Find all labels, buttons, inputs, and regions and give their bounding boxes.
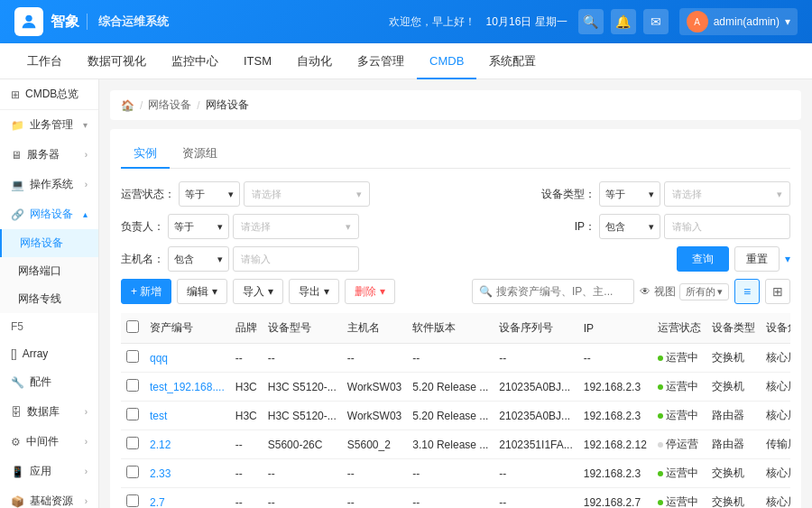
sidebar-item-biz-mgmt[interactable]: 📁业务管理 ▾: [0, 110, 98, 140]
chevron-status: ▾: [228, 189, 234, 200]
cell-ip: 192.168.2.3: [578, 402, 652, 430]
col-model: 设备型号: [263, 313, 342, 344]
sidebar-item-base-resource[interactable]: 📦基础资源 ›: [0, 486, 98, 508]
view-label: 视图: [654, 284, 676, 300]
search-header-icon[interactable]: 🔍: [578, 9, 604, 34]
breadcrumb-network[interactable]: 网络设备: [148, 97, 191, 113]
nav-dataviz[interactable]: 数据可视化: [75, 43, 159, 79]
sidebar-item-f5[interactable]: F5: [0, 313, 98, 340]
type-value-input[interactable]: 请选择 ▾: [664, 181, 790, 207]
add-button[interactable]: + 新增: [121, 279, 171, 304]
owner-value-input[interactable]: 请选择 ▾: [233, 214, 359, 239]
cell-model: S5600-26C: [263, 430, 342, 459]
sidebar-sub-network-line[interactable]: 网络专线: [0, 285, 98, 313]
hostname-value-input[interactable]: 请输入: [233, 246, 359, 272]
view-option-select[interactable]: 所有的 ▾: [679, 283, 729, 300]
row-checkbox[interactable]: [126, 350, 139, 363]
ip-value-input[interactable]: 请输入: [664, 214, 790, 239]
export-button[interactable]: 导出 ▾: [289, 279, 339, 304]
asset-id-link[interactable]: qqq: [150, 352, 168, 365]
sidebar-item-network-device[interactable]: 🔗网络设备 ▴: [0, 199, 98, 229]
col-asset-id: 资产编号: [144, 313, 230, 344]
nav-monitor[interactable]: 监控中心: [159, 43, 231, 79]
expand-filters-icon[interactable]: ▾: [785, 253, 790, 265]
table-row: qqq -- -- -- -- -- -- 运营中 交换机 核心层 编辑 删除: [121, 344, 790, 373]
date-text: 10月16日 星期一: [486, 14, 567, 30]
status-op-select[interactable]: 等于 ▾: [179, 181, 240, 207]
nav-automation[interactable]: 自动化: [284, 43, 345, 79]
cell-brand: H3C: [230, 402, 263, 430]
sidebar-item-database[interactable]: 🗄数据库 ›: [0, 397, 98, 427]
chevron-del: ▾: [380, 285, 385, 298]
delete-button[interactable]: 删除 ▾: [345, 279, 395, 304]
asset-id-link[interactable]: 2.7: [150, 496, 165, 509]
cell-brand: H3C: [230, 373, 263, 402]
cell-serial: 210235A0BJ...: [494, 402, 577, 430]
svg-point-0: [25, 15, 32, 22]
sidebar-item-parts[interactable]: 🔧配件: [0, 367, 98, 397]
row-checkbox[interactable]: [126, 408, 139, 420]
col-status: 运营状态: [652, 313, 706, 344]
tab-resource-group[interactable]: 资源组: [170, 140, 230, 169]
app-header: 智象 综合运维系统 欢迎您，早上好！ 10月16日 星期一 🔍 🔔 ✉ A ad…: [0, 0, 812, 43]
f5-icon: F5: [11, 320, 23, 333]
toolbar-right: 🔍 👁 视图 所有的 ▾ ≡ ⊞: [472, 279, 790, 304]
sidebar-item-array[interactable]: []Array: [0, 340, 98, 367]
hostname-filter-group: 主机名： 包含 ▾ 请输入: [121, 246, 359, 272]
type-op-select[interactable]: 等于 ▾: [599, 181, 660, 207]
sidebar-item-cmdb-overview[interactable]: ⊞CMDB总览: [0, 79, 98, 109]
user-menu[interactable]: A admin(admin) ▾: [679, 8, 798, 35]
row-checkbox[interactable]: [126, 494, 139, 507]
list-view-btn[interactable]: ≡: [734, 279, 760, 304]
tab-instance[interactable]: 实例: [121, 140, 170, 169]
sidebar-item-server[interactable]: 🖥服务器 ›: [0, 140, 98, 170]
nav-sysconfig[interactable]: 系统配置: [476, 43, 549, 79]
hostname-op-select[interactable]: 包含 ▾: [168, 246, 229, 272]
nav-itsm[interactable]: ITSM: [231, 43, 284, 79]
cell-hostname: --: [342, 488, 407, 509]
message-icon[interactable]: ✉: [643, 9, 669, 34]
nav-multicloud[interactable]: 多云管理: [345, 43, 417, 79]
row-checkbox[interactable]: [126, 437, 139, 449]
table-container: 资产编号 品牌 设备型号 主机名 软件版本 设备序列号 IP 运营状态 设备类型…: [121, 313, 790, 508]
cell-status: 运营中: [652, 459, 706, 488]
owner-op-select[interactable]: 等于 ▾: [168, 214, 229, 239]
status-value-input[interactable]: 请选择 ▾: [244, 181, 370, 207]
col-type: 设备类型: [706, 313, 761, 344]
chevron-up-icon: ▴: [83, 209, 88, 219]
cell-role: 传输层: [761, 430, 790, 459]
row-checkbox[interactable]: [126, 379, 139, 392]
sidebar-sub-network-device[interactable]: 网络设备: [0, 229, 98, 257]
col-software: 软件版本: [407, 313, 494, 344]
type-filter-group: 设备类型： 等于 ▾ 请选择 ▾: [541, 181, 790, 207]
edit-button[interactable]: 编辑 ▾: [177, 279, 227, 304]
database-icon: 🗄: [11, 406, 22, 419]
import-button[interactable]: 导入 ▾: [233, 279, 283, 304]
user-chevron: ▾: [785, 15, 790, 28]
select-all-checkbox[interactable]: [126, 320, 139, 333]
search-input[interactable]: [472, 279, 634, 304]
sidebar-sub-network-port[interactable]: 网络端口: [0, 257, 98, 285]
row-checkbox[interactable]: [126, 466, 139, 478]
sidebar-item-middleware[interactable]: ⚙中间件 ›: [0, 427, 98, 457]
cell-type: 交换机: [706, 373, 761, 402]
type-label: 设备类型：: [541, 187, 595, 202]
asset-id-link[interactable]: 2.12: [150, 439, 171, 451]
asset-id-link[interactable]: 2.33: [150, 467, 171, 480]
reset-button[interactable]: 重置: [734, 246, 780, 272]
nav-workbench[interactable]: 工作台: [14, 43, 75, 79]
nav-cmdb[interactable]: CMDB: [417, 43, 476, 79]
asset-id-link[interactable]: test: [150, 410, 167, 422]
table-row: 2.12 -- S5600-26C S5600_2 3.10 Release .…: [121, 430, 790, 459]
notification-icon[interactable]: 🔔: [611, 9, 636, 34]
cell-status: 运营中: [652, 344, 706, 373]
sidebar-item-os[interactable]: 💻操作系统 ›: [0, 170, 98, 199]
ip-op-select[interactable]: 包含 ▾: [599, 214, 660, 239]
query-button[interactable]: 查询: [677, 246, 729, 272]
sidebar-item-app[interactable]: 📱应用 ›: [0, 457, 98, 486]
table-row: 2.7 -- -- -- -- -- 192.168.2.7 运营中 交换机 核…: [121, 488, 790, 509]
cell-asset-id: test: [144, 402, 230, 430]
grid-view-btn[interactable]: ⊞: [765, 279, 790, 304]
cell-hostname: --: [342, 459, 407, 488]
asset-id-link[interactable]: test_192.168....: [150, 381, 225, 393]
